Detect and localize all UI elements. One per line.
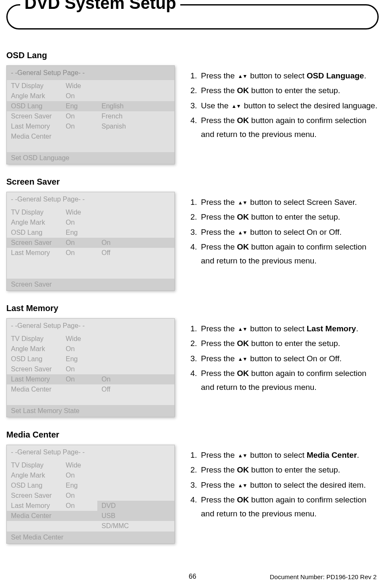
section-mc: Media Center- -General Setup Page- -TV D… <box>6 430 379 544</box>
menu-footer: Set OSD Language <box>7 152 174 164</box>
menu-item-option: Off <box>102 249 170 257</box>
menu-item-label: Screen Saver <box>11 492 66 499</box>
menu-item-value: On <box>66 123 102 130</box>
section-heading: Media Center <box>6 430 379 440</box>
menu-row: OSD LangEng <box>7 228 174 238</box>
menu-footer: Set Last Memory State <box>7 405 174 417</box>
step-item: Press the OK button again to confirm sel… <box>199 366 379 395</box>
menu-row: OSD LangEng <box>7 354 174 364</box>
setup-menu-screenshot: - -General Setup Page- -TV DisplayWideAn… <box>6 318 175 417</box>
menu-item-label: Last Memory <box>11 249 66 257</box>
menu-row: Last MemoryOnOff <box>7 248 174 258</box>
step-item: Press the button to select Media Center. <box>199 448 379 462</box>
menu-item-option: SD/MMC <box>102 522 170 530</box>
menu-item-label: TV Display <box>11 82 66 90</box>
svg-marker-6 <box>239 231 242 234</box>
menu-title: - -General Setup Page- - <box>7 445 174 459</box>
menu-item-value: On <box>66 239 102 247</box>
menu-item-label: Last Memory <box>11 376 66 383</box>
menu-item-value: Eng <box>66 482 102 489</box>
menu-row: Angle MarkOn <box>7 470 174 481</box>
svg-marker-4 <box>239 201 242 204</box>
setup-menu-screenshot: - -General Setup Page- -TV DisplayWideAn… <box>6 192 175 291</box>
section-heading: Last Memory <box>6 303 379 313</box>
menu-item-value: On <box>66 492 102 499</box>
menu-item-value: On <box>66 376 102 383</box>
document-number: Document Number: PD196-120 Rev 2 <box>270 573 377 580</box>
menu-row: Screen SaverOn <box>7 364 174 374</box>
menu-item-label: TV Display <box>11 462 66 469</box>
steps-list: Press the button to select Media Center.… <box>187 445 379 521</box>
menu-item-label: Media Center <box>11 512 66 520</box>
menu-item-value: Wide <box>66 209 102 216</box>
menu-item-option: DVD <box>97 501 174 511</box>
up-down-arrow-icon <box>232 102 241 110</box>
svg-marker-10 <box>239 358 242 361</box>
menu-row: TV DisplayWide <box>7 207 174 217</box>
step-item: Press the OK button to enter the setup. <box>199 83 379 97</box>
step-item: Press the button to select On or Off. <box>199 352 379 365</box>
menu-item-option: Off <box>102 386 170 393</box>
menu-item-label: Last Memory <box>11 123 66 130</box>
steps-list: Press the button to select OSD Language.… <box>187 65 379 142</box>
section-heading: OSD Lang <box>6 51 379 60</box>
menu-title: - -General Setup Page- - <box>7 192 174 207</box>
svg-marker-2 <box>233 105 235 108</box>
svg-marker-11 <box>243 358 246 361</box>
page-title: DVD System Setup <box>20 0 180 13</box>
menu-row: Angle MarkOn <box>7 91 174 101</box>
menu-row: TV DisplayWide <box>7 460 174 470</box>
svg-marker-12 <box>239 454 242 457</box>
menu-item-label: Screen Saver <box>11 365 66 373</box>
step-item: Press the OK button again to confirm sel… <box>199 493 379 521</box>
menu-row: SD/MMC <box>7 521 174 531</box>
menu-row: Media Center <box>7 132 174 142</box>
steps-list: Press the button to select Screen Saver.… <box>187 192 379 268</box>
menu-item-label: Screen Saver <box>11 113 66 120</box>
menu-item-value: Eng <box>66 355 102 363</box>
menu-row: Last MemoryOnSpanish <box>7 121 174 132</box>
menu-item-value: On <box>66 219 102 226</box>
menu-row: Angle MarkOn <box>7 217 174 228</box>
menu-item-option: English <box>97 101 174 111</box>
menu-item-value: On <box>66 472 102 479</box>
menu-item-value: Wide <box>66 462 102 469</box>
setup-menu-screenshot: - -General Setup Page- -TV DisplayWideAn… <box>6 445 175 544</box>
page-title-box: DVD System Setup <box>6 4 379 30</box>
steps-list: Press the button to select Last Memory.P… <box>187 318 379 395</box>
svg-marker-1 <box>243 75 246 78</box>
section-lm: Last Memory- -General Setup Page- -TV Di… <box>6 303 379 417</box>
svg-marker-8 <box>239 328 242 331</box>
setup-menu-screenshot: - -General Setup Page- -TV DisplayWideAn… <box>6 65 175 164</box>
menu-list: TV DisplayWideAngle MarkOnOSD LangEngEng… <box>7 80 174 142</box>
menu-item-label: Last Memory <box>11 502 66 510</box>
page-number: 66 <box>189 573 196 580</box>
up-down-arrow-icon <box>238 72 247 81</box>
step-item: Press the button to select Last Memory. <box>199 322 379 336</box>
menu-item-option: French <box>102 113 170 120</box>
svg-marker-13 <box>243 454 246 457</box>
menu-row: Media CenterUSB <box>7 511 174 521</box>
step-item: Press the button to select OSD Language. <box>199 69 379 83</box>
menu-item-option: On <box>97 238 174 248</box>
menu-item-label: OSD Lang <box>11 482 66 489</box>
menu-item-label: OSD Lang <box>11 102 66 110</box>
menu-item-value: On <box>66 92 102 100</box>
svg-marker-5 <box>243 201 246 204</box>
step-item: Press the OK button to enter the setup. <box>199 463 379 477</box>
menu-row: Last MemoryOnDVD <box>7 501 174 511</box>
up-down-arrow-icon <box>238 354 247 363</box>
menu-list: TV DisplayWideAngle MarkOnOSD LangEngScr… <box>7 333 174 395</box>
menu-item-value: On <box>66 365 102 373</box>
svg-marker-14 <box>239 484 242 487</box>
menu-item-label: Angle Mark <box>11 219 66 226</box>
step-item: Press the OK button again to confirm sel… <box>199 113 379 142</box>
menu-row: TV DisplayWide <box>7 334 174 344</box>
menu-item-label: Screen Saver <box>11 239 66 247</box>
menu-item-value: On <box>66 502 102 510</box>
menu-footer: Screen Saver <box>7 279 174 290</box>
up-down-arrow-icon <box>238 198 247 207</box>
svg-marker-7 <box>243 231 246 234</box>
up-down-arrow-icon <box>238 451 247 460</box>
menu-row: Screen SaverOn <box>7 491 174 501</box>
